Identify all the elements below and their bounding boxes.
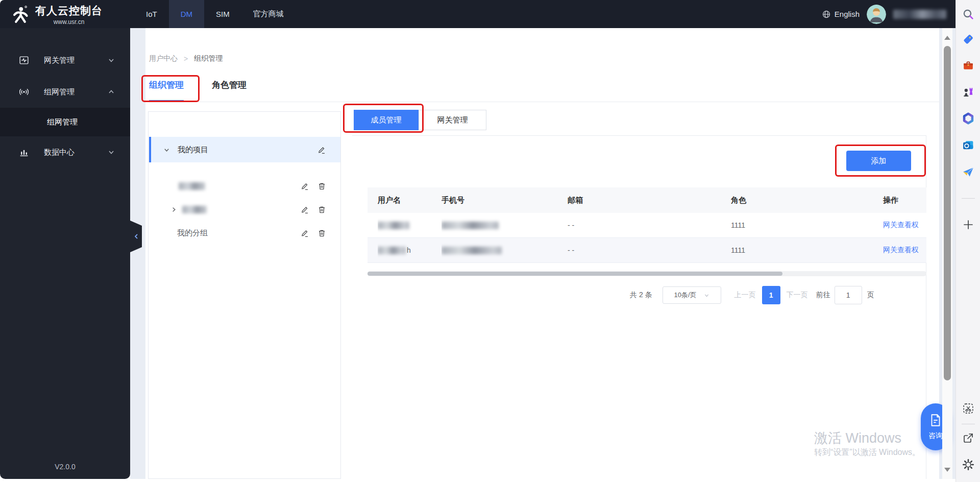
settings-gear-icon[interactable]	[962, 459, 974, 471]
current-page-button[interactable]: 1	[762, 286, 780, 304]
sidebar-item-data-center[interactable]: 数据中心	[0, 136, 130, 168]
bar-chart-icon	[18, 147, 30, 158]
consult-label: 咨询	[928, 431, 943, 441]
shopping-tag-icon[interactable]	[962, 33, 974, 46]
gateway-permission-link[interactable]: 网关查看权	[883, 221, 919, 230]
member-management-container	[352, 135, 926, 479]
role-cell: 1111	[731, 238, 848, 262]
app-version: V2.0.0	[0, 463, 130, 471]
column-header-email: 邮箱	[568, 187, 716, 213]
sidebar-item-label: 组网管理	[44, 87, 75, 97]
tree-node-masked-2[interactable]	[149, 198, 340, 221]
language-label: English	[835, 10, 860, 18]
games-icon[interactable]	[962, 86, 974, 99]
tree-node-my-group[interactable]: 我的分组	[149, 221, 340, 245]
breadcrumb: 用户中心 > 组织管理	[149, 54, 223, 63]
org-tree-panel: 我的项目	[148, 111, 341, 479]
delete-trash-icon[interactable]	[317, 182, 326, 190]
breadcrumb-current: 组织管理	[194, 54, 223, 63]
delete-trash-icon[interactable]	[317, 205, 326, 214]
next-page-button[interactable]: 下一页	[787, 291, 808, 300]
pagination: 共 2 条 10条/页 上一页 1 下一页 前往 页	[630, 286, 874, 304]
document-icon	[929, 413, 942, 427]
table-horizontal-scrollbar	[368, 271, 926, 276]
microsoft-365-icon[interactable]	[962, 112, 974, 125]
column-header-phone: 手机号	[442, 187, 554, 213]
breadcrumb-separator: >	[184, 55, 188, 63]
redacted-username	[378, 222, 409, 229]
page-tabs: 组织管理 角色管理	[149, 79, 247, 102]
scrollbar-thumb[interactable]	[944, 46, 951, 380]
sidebar-collapse-handle[interactable]	[130, 221, 142, 252]
email-cell: - -	[568, 238, 716, 262]
divider	[962, 424, 975, 424]
broadcast-icon	[18, 86, 30, 98]
tree-node-label: 我的分组	[177, 228, 208, 238]
top-nav-shop[interactable]: 官方商城	[241, 0, 296, 28]
chevron-up-icon	[108, 88, 115, 95]
screenshot-snip-icon[interactable]	[962, 402, 974, 415]
edit-pencil-icon[interactable]	[301, 182, 309, 190]
redacted-username	[378, 247, 406, 254]
breadcrumb-user-center[interactable]: 用户中心	[149, 54, 178, 63]
avatar[interactable]	[867, 5, 886, 24]
gateway-permission-link[interactable]: 网关查看权	[883, 246, 919, 255]
globe-icon	[822, 10, 831, 19]
username-suffix: h	[407, 246, 411, 254]
table-row: h - - 1111 网关查看权	[368, 238, 926, 263]
sidebar-subitem-network-active[interactable]: 组网管理	[0, 108, 130, 136]
chevron-down-icon	[704, 293, 709, 298]
delete-trash-icon[interactable]	[317, 229, 326, 237]
table-header-row: 用户名 手机号 邮箱 角色 操作	[368, 187, 926, 213]
subtab-member-management[interactable]: 成员管理	[354, 110, 419, 130]
edit-pencil-icon[interactable]	[301, 205, 309, 214]
chevron-down-icon[interactable]	[163, 147, 170, 153]
chevron-right-icon[interactable]	[170, 206, 177, 213]
top-nav-sim[interactable]: SIM	[204, 0, 241, 28]
edit-pencil-icon[interactable]	[317, 146, 326, 154]
prev-page-button[interactable]: 上一页	[734, 291, 756, 300]
windows-activation-hint: 转到“设置”以激活 Windows。	[814, 447, 920, 458]
tree-node-masked-1[interactable]	[149, 174, 340, 198]
top-nav-iot[interactable]: IoT	[134, 0, 169, 28]
sidebar-item-gateway[interactable]: 网关管理	[0, 44, 130, 76]
tab-roles[interactable]: 角色管理	[212, 79, 247, 102]
role-cell: 1111	[731, 213, 848, 237]
tree-node-label: 我的项目	[178, 145, 208, 155]
outlook-icon[interactable]	[962, 139, 974, 152]
add-member-button[interactable]: 添加	[846, 151, 911, 171]
top-nav-dm[interactable]: DM	[169, 0, 204, 28]
column-header-username: 用户名	[378, 187, 429, 213]
tab-organization[interactable]: 组织管理	[149, 79, 184, 102]
table-row: - - 1111 网关查看权	[368, 213, 926, 238]
email-cell: - -	[568, 213, 716, 237]
search-icon[interactable]	[962, 8, 974, 21]
tree-node-my-project[interactable]: 我的项目	[149, 137, 340, 162]
tabs-divider	[145, 102, 939, 102]
send-plane-icon[interactable]	[962, 166, 974, 179]
scrollbar-thumb[interactable]	[368, 272, 782, 276]
page-size-value: 10条/页	[674, 291, 697, 300]
sidebar-item-label: 数据中心	[44, 148, 75, 157]
sidebar-item-network[interactable]: 组网管理	[0, 76, 130, 108]
sidebar-item-label: 网关管理	[44, 56, 75, 65]
language-switch[interactable]: English	[822, 10, 860, 19]
open-external-icon[interactable]	[962, 432, 974, 444]
top-nav: IoT DM SIM 官方商城	[134, 0, 296, 28]
scroll-up-arrow[interactable]	[944, 36, 950, 40]
app-title: 有人云控制台	[35, 4, 103, 18]
edit-pencil-icon[interactable]	[301, 229, 309, 237]
goto-page-input[interactable]	[835, 286, 862, 304]
toolbox-icon[interactable]	[962, 59, 974, 72]
column-header-role: 角色	[731, 187, 848, 213]
scroll-down-arrow[interactable]	[944, 468, 950, 472]
redacted-phone	[442, 222, 499, 229]
pagination-total: 共 2 条	[630, 291, 652, 300]
add-sidebar-item-icon[interactable]	[963, 219, 974, 230]
divider	[962, 198, 975, 199]
logo: 有人云控制台 www.usr.cn	[10, 4, 103, 26]
page-size-select[interactable]: 10条/页	[663, 286, 721, 304]
subtab-gateway-management[interactable]: 网关管理	[419, 110, 486, 130]
top-bar: 有人云控制台 www.usr.cn IoT DM SIM 官方商城 Englis…	[0, 0, 955, 28]
active-indicator	[149, 137, 151, 162]
